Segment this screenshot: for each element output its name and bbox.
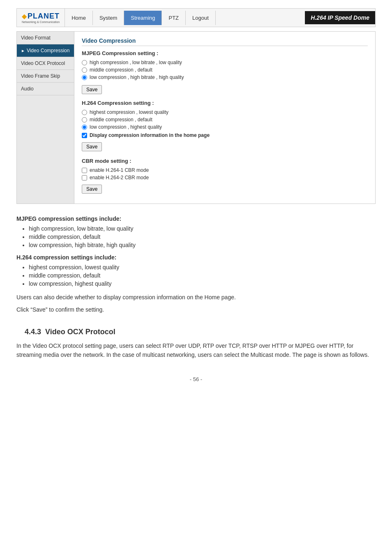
h264-section: H.264 Compression setting : highest comp… xyxy=(82,100,368,155)
nav-links: Home System Streaming PTZ Logout xyxy=(65,11,216,25)
cbr-save-button[interactable]: Save xyxy=(82,185,102,194)
h264-display-label: Display compression information in the h… xyxy=(90,132,210,138)
panel-title: Video Compression xyxy=(82,37,368,46)
content-area: Video Format ► Video Compression Video O… xyxy=(16,31,376,204)
doc-paragraph-1: Users can also decide whether to display… xyxy=(16,293,376,302)
navbar: ◆ PLANET Networking & Communication Home… xyxy=(16,8,376,27)
mjpeg-bullet-3: low compression, high bitrate, high qual… xyxy=(29,242,376,248)
doc-paragraph-2: Click “Save” to confirm the setting. xyxy=(16,305,376,314)
logo-name: PLANET xyxy=(28,12,60,21)
mjpeg-option-1: high compression , low bitrate , low qua… xyxy=(82,60,368,65)
cbr-checkbox-1[interactable] xyxy=(82,168,87,173)
mjpeg-bullet-2: middle compression, default xyxy=(29,234,376,240)
cbr-title: CBR mode setting : xyxy=(82,158,368,164)
h264-bullet-list: highest compression, lowest quality midd… xyxy=(29,264,376,287)
cbr-option-2: enable H.264-2 CBR mode xyxy=(82,175,368,180)
sidebar-label-video-frame-skip: Video Frame Skip xyxy=(21,73,60,79)
mjpeg-section: MJPEG Compression setting : high compres… xyxy=(82,50,368,98)
mjpeg-title: MJPEG Compression setting : xyxy=(82,50,368,56)
cbr-section: CBR mode setting : enable H.264-1 CBR mo… xyxy=(82,158,368,198)
h264-title: H.264 Compression setting : xyxy=(82,100,368,106)
section-number: 4.4.3 xyxy=(25,328,41,336)
sidebar-arrow-icon: ► xyxy=(21,49,25,53)
mjpeg-label-2: middle compression , default xyxy=(90,67,152,73)
sidebar: Video Format ► Video Compression Video O… xyxy=(17,32,74,204)
nav-system[interactable]: System xyxy=(93,11,124,25)
sidebar-label-video-ocx: Video OCX Protocol xyxy=(21,60,65,66)
h264-save-button[interactable]: Save xyxy=(82,142,102,151)
logo-tagline: Networking & Communication xyxy=(22,21,60,23)
mjpeg-radio-2[interactable] xyxy=(82,67,87,73)
section-heading: 4.4.3 Video OCX Protocol xyxy=(25,328,376,336)
mjpeg-option-2: middle compression , default xyxy=(82,67,368,73)
sidebar-item-audio[interactable]: Audio xyxy=(17,83,74,95)
sidebar-item-video-compression[interactable]: ► Video Compression xyxy=(17,44,74,57)
h264-display-checkbox[interactable] xyxy=(82,133,87,138)
brand-label: H.264 IP Speed Dome xyxy=(305,11,375,24)
mjpeg-option-3: low compression , high bitrate , high qu… xyxy=(82,74,368,80)
h264-doc-heading: H.264 compression settings include: xyxy=(16,254,376,261)
sidebar-item-video-ocx[interactable]: Video OCX Protocol xyxy=(17,57,74,70)
planet-icon: ◆ xyxy=(22,12,27,20)
h264-radio-3[interactable] xyxy=(82,125,87,130)
sidebar-item-video-format[interactable]: Video Format xyxy=(17,32,74,44)
h264-label-3: low compression , highest quality xyxy=(90,124,162,130)
doc-section: MJPEG compression settings include: high… xyxy=(16,215,376,360)
mjpeg-label-3: low compression , high bitrate , high qu… xyxy=(90,74,184,80)
sidebar-label-audio: Audio xyxy=(21,86,34,92)
mjpeg-radio-1[interactable] xyxy=(82,60,87,65)
h264-display-checkbox-row: Display compression information in the h… xyxy=(82,132,368,138)
main-panel: Video Compression MJPEG Compression sett… xyxy=(74,32,375,204)
section-title: Video OCX Protocol xyxy=(45,328,115,336)
h264-option-3: low compression , highest quality xyxy=(82,124,368,130)
logo: ◆ PLANET Networking & Communication xyxy=(17,9,65,27)
h264-option-1: highest compression , lowest quality xyxy=(82,109,368,115)
cbr-label-1: enable H.264-1 CBR mode xyxy=(90,167,149,173)
sidebar-label-video-format: Video Format xyxy=(21,35,51,41)
mjpeg-bullet-1: high compression, low bitrate, low quali… xyxy=(29,225,376,232)
h264-bullet-2: middle compression, default xyxy=(29,272,376,279)
mjpeg-save-button[interactable]: Save xyxy=(82,85,102,94)
cbr-option-1: enable H.264-1 CBR mode xyxy=(82,167,368,173)
page-footer: - 56 - xyxy=(16,376,376,382)
mjpeg-radio-group: high compression , low bitrate , low qua… xyxy=(82,60,368,80)
section-body: In the Video OCX protocol setting page, … xyxy=(16,341,376,360)
h264-radio-2[interactable] xyxy=(82,117,87,123)
h264-radio-1[interactable] xyxy=(82,110,87,115)
nav-ptz[interactable]: PTZ xyxy=(162,11,186,25)
mjpeg-radio-3[interactable] xyxy=(82,75,87,80)
cbr-label-2: enable H.264-2 CBR mode xyxy=(90,175,149,180)
sidebar-item-video-frame-skip[interactable]: Video Frame Skip xyxy=(17,70,74,83)
h264-bullet-1: highest compression, lowest quality xyxy=(29,264,376,271)
page-number: - 56 - xyxy=(190,376,202,382)
mjpeg-doc-heading: MJPEG compression settings include: xyxy=(16,215,376,222)
nav-home[interactable]: Home xyxy=(65,11,93,25)
mjpeg-label-1: high compression , low bitrate , low qua… xyxy=(90,60,182,65)
nav-logout[interactable]: Logout xyxy=(186,11,216,25)
cbr-checkbox-2[interactable] xyxy=(82,175,87,180)
h264-option-2: middle compression , default xyxy=(82,117,368,123)
h264-label-1: highest compression , lowest quality xyxy=(90,109,168,115)
h264-label-2: middle compression , default xyxy=(90,117,152,123)
nav-streaming[interactable]: Streaming xyxy=(124,11,162,25)
sidebar-label-video-compression: Video Compression xyxy=(27,48,70,53)
mjpeg-bullet-list: high compression, low bitrate, low quali… xyxy=(29,225,376,248)
h264-radio-group: highest compression , lowest quality mid… xyxy=(82,109,368,130)
h264-bullet-3: low compression, highest quality xyxy=(29,280,376,287)
